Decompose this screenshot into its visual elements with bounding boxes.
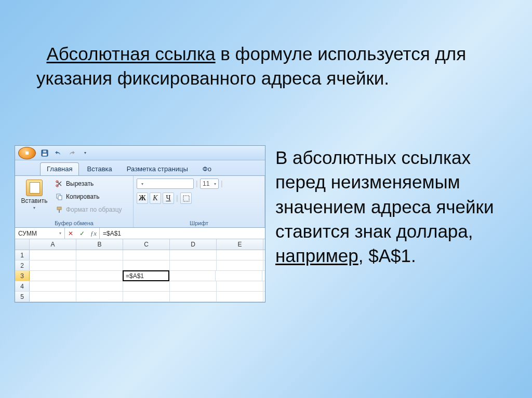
col-header[interactable]: D: [170, 239, 217, 250]
col-header[interactable]: B: [76, 239, 123, 250]
cell[interactable]: [170, 250, 217, 260]
para1-term: Абсолютная ссылка: [46, 44, 215, 64]
excel-window: ▾ Главная Вставка Разметка страницы Фо В…: [15, 145, 265, 303]
enter-formula-button[interactable]: ✓: [76, 228, 88, 239]
redo-icon[interactable]: [66, 148, 77, 158]
cell[interactable]: [76, 250, 123, 260]
cell[interactable]: [216, 271, 262, 281]
chevron-down-icon: ▾: [141, 182, 143, 186]
qat-dropdown-icon[interactable]: ▾: [79, 148, 91, 158]
grid-row: 2: [15, 260, 265, 271]
copy-label: Копировать: [66, 193, 100, 200]
chevron-down-icon: ▾: [33, 205, 35, 210]
cell[interactable]: [123, 281, 170, 291]
svg-rect-7: [57, 207, 61, 210]
separator: |: [195, 178, 198, 189]
cell[interactable]: [76, 292, 123, 301]
cell[interactable]: [170, 281, 217, 291]
select-all-corner[interactable]: [15, 239, 30, 250]
cell[interactable]: [217, 292, 263, 301]
name-box-value: СУММ: [18, 230, 37, 237]
row-header[interactable]: 1: [15, 250, 30, 260]
grid-row: 5: [15, 292, 265, 302]
tab-insert[interactable]: Вставка: [80, 162, 118, 175]
cell[interactable]: [76, 271, 123, 281]
format-painter-button[interactable]: Формат по образцу: [52, 204, 125, 215]
clipboard-group-label: Буфер обмена: [18, 219, 130, 226]
row-header[interactable]: 4: [15, 281, 30, 291]
col-header[interactable]: E: [217, 239, 263, 250]
chevron-down-icon: ▾: [59, 231, 61, 236]
title-bar: ▾: [15, 146, 265, 160]
spreadsheet-grid: A B C D E 1 2 3 =$A$1 4 5: [15, 239, 265, 302]
formula-bar-value: =$A$1: [103, 230, 121, 237]
row-header[interactable]: 3: [15, 271, 30, 281]
separator: |: [220, 178, 223, 189]
cell[interactable]: [217, 260, 263, 270]
svg-rect-1: [43, 154, 47, 156]
office-button[interactable]: [18, 147, 36, 159]
paragraph-1: Абсолютная ссылка в формуле используется…: [36, 42, 514, 91]
italic-button[interactable]: К: [150, 193, 161, 204]
clipboard-icon: [26, 180, 43, 196]
cell[interactable]: [217, 250, 263, 260]
cell[interactable]: [30, 292, 76, 301]
svg-rect-6: [58, 196, 62, 200]
chevron-down-icon: ▾: [214, 182, 216, 186]
underline-button[interactable]: Ч: [163, 193, 174, 204]
active-cell[interactable]: =$A$1: [123, 270, 169, 281]
paste-button[interactable]: Вставить ▾: [18, 178, 50, 212]
cell[interactable]: [170, 292, 217, 301]
grid-row: 4: [15, 281, 265, 292]
para2-example: например: [275, 245, 358, 266]
brush-icon: [55, 205, 63, 214]
paragraph-2: В абсолютных ссылках перед неизменяемым …: [275, 145, 509, 268]
grid-row: 1: [15, 250, 265, 260]
row-header[interactable]: 2: [15, 260, 30, 270]
copy-icon: [55, 193, 63, 201]
svg-rect-9: [183, 196, 189, 201]
tab-formulas[interactable]: Фо: [196, 162, 218, 175]
cancel-formula-button[interactable]: ✕: [65, 228, 76, 239]
cut-label: Вырезать: [66, 180, 94, 187]
insert-function-button[interactable]: ƒx: [88, 228, 99, 239]
cell[interactable]: [30, 271, 76, 281]
ribbon: Вставить ▾ Вырезать Копировать: [15, 176, 265, 228]
format-painter-label: Формат по образцу: [66, 206, 122, 213]
ribbon-tabs: Главная Вставка Разметка страницы Фо: [15, 160, 265, 176]
formula-bar-input[interactable]: =$A$1: [100, 228, 265, 239]
cell[interactable]: [123, 250, 170, 260]
cell[interactable]: [76, 281, 123, 291]
cell[interactable]: [30, 281, 76, 291]
para2-t2: , $A$1.: [358, 245, 416, 266]
formula-bar-row: СУММ ▾ ✕ ✓ ƒx =$A$1: [15, 228, 265, 239]
cell[interactable]: [76, 260, 123, 270]
separator: |: [176, 193, 179, 204]
save-icon[interactable]: [39, 148, 50, 158]
border-button[interactable]: [180, 193, 192, 204]
para2-t1: В абсолютных ссылках перед неизменяемым …: [275, 147, 494, 241]
svg-rect-8: [59, 210, 60, 213]
cell[interactable]: [170, 260, 217, 270]
cut-button[interactable]: Вырезать: [52, 178, 125, 189]
col-header[interactable]: C: [123, 239, 170, 250]
cell[interactable]: [217, 281, 263, 291]
font-size-dropdown[interactable]: 11▾: [200, 179, 219, 189]
cell[interactable]: [30, 260, 76, 270]
row-header[interactable]: 5: [15, 292, 30, 301]
undo-icon[interactable]: [52, 148, 64, 158]
cell[interactable]: [30, 250, 76, 260]
tab-page-layout[interactable]: Разметка страницы: [120, 162, 195, 175]
copy-button[interactable]: Копировать: [52, 191, 125, 202]
cell[interactable]: [169, 271, 216, 281]
column-headers: A B C D E: [15, 239, 265, 250]
cell[interactable]: [123, 292, 170, 301]
quick-access-toolbar: ▾: [39, 148, 91, 158]
tab-home[interactable]: Главная: [40, 162, 79, 175]
formula-bar-buttons: ✕ ✓ ƒx: [65, 228, 100, 239]
name-box[interactable]: СУММ ▾: [15, 228, 65, 239]
cell[interactable]: [123, 260, 170, 270]
col-header[interactable]: A: [30, 239, 76, 250]
bold-button[interactable]: Ж: [137, 193, 148, 204]
font-family-dropdown[interactable]: ▾: [137, 179, 194, 189]
